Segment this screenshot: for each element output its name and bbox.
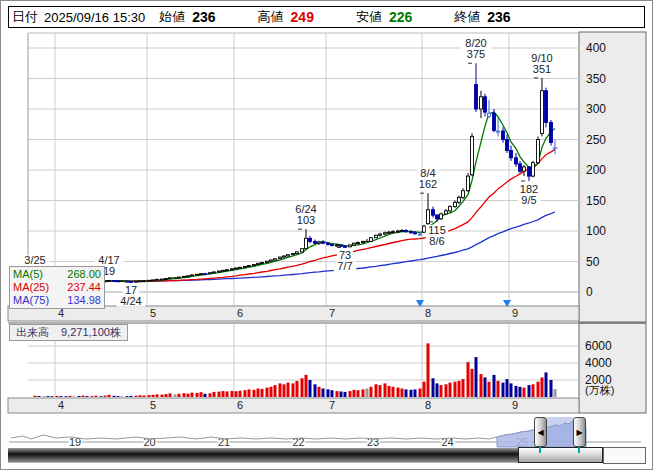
gridlines bbox=[8, 33, 646, 397]
svg-text:6: 6 bbox=[237, 399, 243, 411]
left-arrow-icon: ◀ bbox=[537, 428, 543, 437]
svg-text:23: 23 bbox=[367, 436, 379, 448]
range-slider-left-handle[interactable]: ◀ bbox=[534, 417, 547, 447]
volume-bars[interactable] bbox=[34, 343, 557, 397]
high-label: 高値 bbox=[258, 8, 284, 26]
svg-text:50: 50 bbox=[586, 255, 600, 269]
svg-text:351: 351 bbox=[533, 63, 551, 75]
close-value: 236 bbox=[487, 9, 510, 25]
svg-text:9: 9 bbox=[512, 307, 518, 319]
low-value: 226 bbox=[389, 9, 412, 25]
svg-text:7: 7 bbox=[329, 307, 335, 319]
svg-text:103: 103 bbox=[297, 214, 315, 226]
svg-text:250: 250 bbox=[586, 133, 606, 147]
svg-text:9/5: 9/5 bbox=[521, 194, 536, 206]
candlesticks[interactable] bbox=[34, 63, 558, 282]
ma5-row: MA(5) 268.00 bbox=[13, 268, 101, 281]
date-value: 2025/09/16 15:30 bbox=[44, 10, 145, 25]
stock-chart-window: 日付 2025/09/16 15:30 始値 236 高値 249 安値 226… bbox=[0, 0, 653, 470]
horizontal-scrollbar-thumb[interactable] bbox=[518, 447, 603, 463]
ma75-row: MA(75) 134.98 bbox=[13, 294, 101, 307]
svg-text:150: 150 bbox=[586, 194, 606, 208]
svg-text:6000: 6000 bbox=[585, 339, 612, 353]
svg-text:0: 0 bbox=[586, 285, 593, 299]
svg-text:4/24: 4/24 bbox=[120, 295, 141, 307]
ma-legend: MA(5) 268.00 MA(25) 237.44 MA(75) 134.98 bbox=[9, 266, 105, 309]
volume-value: 9,271,100株 bbox=[61, 326, 121, 338]
svg-text:100: 100 bbox=[586, 224, 606, 238]
svg-text:7: 7 bbox=[329, 399, 335, 411]
svg-text:7/7: 7/7 bbox=[337, 260, 352, 272]
low-label: 安値 bbox=[356, 8, 382, 26]
svg-text:4: 4 bbox=[58, 399, 64, 411]
svg-text:4000: 4000 bbox=[585, 356, 612, 370]
volume-readout: 出来高9,271,100株 bbox=[9, 324, 128, 341]
ma25-row: MA(25) 237.44 bbox=[13, 281, 101, 294]
svg-text:8: 8 bbox=[425, 399, 431, 411]
horizontal-scrollbar-endcap[interactable] bbox=[603, 447, 646, 464]
ma5-label: MA(5) bbox=[13, 268, 43, 281]
volume-label: 出来高 bbox=[16, 326, 49, 338]
range-slider-right-handle[interactable]: ▶ bbox=[573, 417, 586, 447]
high-value: 249 bbox=[291, 9, 314, 25]
quote-header: 日付 2025/09/16 15:30 始値 236 高値 249 安値 226… bbox=[8, 6, 645, 28]
svg-text:9: 9 bbox=[512, 399, 518, 411]
right-arrow-icon: ▶ bbox=[576, 428, 582, 437]
ma75-value: 134.98 bbox=[67, 294, 101, 307]
svg-text:162: 162 bbox=[419, 178, 437, 190]
horizontal-scrollbar-track[interactable] bbox=[8, 448, 519, 463]
svg-text:375: 375 bbox=[467, 48, 485, 60]
ma25-label: MA(25) bbox=[13, 281, 49, 294]
svg-text:300: 300 bbox=[586, 102, 606, 116]
date-label: 日付 bbox=[12, 8, 38, 26]
svg-text:200: 200 bbox=[586, 163, 606, 177]
svg-text:400: 400 bbox=[586, 41, 606, 55]
svg-text:6: 6 bbox=[237, 307, 243, 319]
svg-text:(万株): (万株) bbox=[585, 384, 614, 396]
svg-text:8: 8 bbox=[425, 307, 431, 319]
svg-text:5: 5 bbox=[150, 399, 156, 411]
close-label: 終値 bbox=[454, 8, 480, 26]
navigator-selection[interactable] bbox=[547, 417, 573, 447]
chart-canvas[interactable]: 400350300250200150100500600040002000(万株)… bbox=[1, 1, 653, 470]
svg-text:350: 350 bbox=[586, 72, 606, 86]
ma75-label: MA(75) bbox=[13, 294, 49, 307]
ma25-value: 237.44 bbox=[67, 281, 101, 294]
svg-text:8/6: 8/6 bbox=[429, 235, 444, 247]
svg-text:5: 5 bbox=[150, 307, 156, 319]
open-label: 始値 bbox=[159, 8, 185, 26]
ma5-value: 268.00 bbox=[67, 268, 101, 281]
open-value: 236 bbox=[192, 9, 215, 25]
